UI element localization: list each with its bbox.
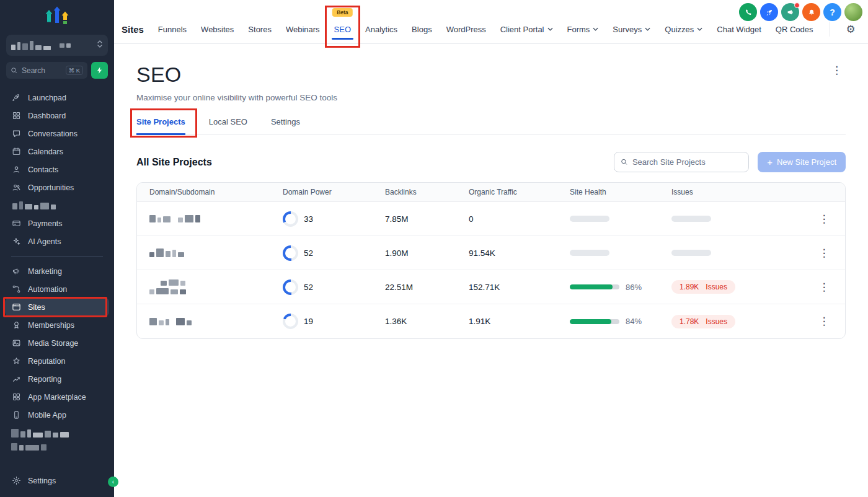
sidebar-item-redacted-1[interactable] <box>5 196 109 214</box>
sidebar-item-memberships[interactable]: Memberships <box>5 316 109 334</box>
site-health-cell: 84% <box>570 317 671 326</box>
col-site-health: Site Health <box>570 188 671 196</box>
col-backlinks: Backlinks <box>385 188 469 196</box>
rocket-button[interactable] <box>760 3 778 21</box>
sidebar-item-reputation[interactable]: Reputation <box>5 352 109 370</box>
payments-icon <box>11 219 22 228</box>
sidebar-item-marketing[interactable]: Marketing <box>5 262 109 280</box>
tab-site-projects[interactable]: Site Projects <box>136 117 185 135</box>
user-avatar[interactable] <box>844 3 862 21</box>
quick-actions-button[interactable] <box>91 62 108 79</box>
site-health-bar <box>570 319 619 324</box>
topnav-tab-wordpress[interactable]: WordPress <box>446 25 486 34</box>
launchpad-icon <box>11 93 22 102</box>
issues-badge[interactable]: 1.78K Issues <box>671 315 735 328</box>
topnav-tab-client-portal[interactable]: Client Portal <box>500 25 553 34</box>
topnav-tab-chat-widget[interactable]: Chat Widget <box>717 25 761 34</box>
seo-page: SEO ⋮ Maximise your online visibility wi… <box>114 44 868 497</box>
phone-button[interactable] <box>739 3 757 21</box>
topnav-tab-forms[interactable]: Forms <box>567 25 599 34</box>
redacted-label <box>11 429 69 438</box>
topnav-tab-blogs[interactable]: Blogs <box>412 25 432 34</box>
page-title: SEO <box>136 63 181 87</box>
announcements-button[interactable] <box>781 3 799 21</box>
topnav-tab-webinars[interactable]: Webinars <box>286 25 320 34</box>
topnav-tab-funnels[interactable]: Funnels <box>158 25 187 34</box>
beta-badge: Beta <box>332 8 352 17</box>
sidebar-item-automation[interactable]: Automation <box>5 280 109 298</box>
issues-badge[interactable]: 1.89K Issues <box>671 280 735 294</box>
domain-power-gauge <box>283 245 298 261</box>
domain-cell-redacted <box>137 279 283 294</box>
topnav-tab-websites[interactable]: Websites <box>201 25 234 34</box>
new-site-project-button[interactable]: + New Site Project <box>758 152 846 172</box>
topnav-tab-stores[interactable]: Stores <box>248 25 272 34</box>
site-health-percent: 86% <box>626 283 642 292</box>
page-subtitle: Maximise your online visibility with pow… <box>136 93 846 102</box>
topnav-tab-qr-codes[interactable]: QR Codes <box>776 25 813 34</box>
site-projects-search[interactable] <box>614 152 749 172</box>
topnav-tab-surveys[interactable]: Surveys <box>613 25 650 34</box>
sidebar-item-payments[interactable]: Payments <box>5 214 109 232</box>
row-actions-button[interactable]: ⋮ <box>815 314 833 329</box>
topnav-tab-quizzes[interactable]: Quizzes <box>665 25 702 34</box>
notification-dot <box>794 2 800 8</box>
account-switcher[interactable] <box>6 35 108 56</box>
backlinks-cell: 1.90M <box>385 248 469 258</box>
sidebar-item-mobile-app[interactable]: Mobile App <box>5 406 109 424</box>
col-organic-traffic: Organic Traffic <box>469 188 570 196</box>
ai-agents-icon <box>11 237 22 246</box>
sidebar-item-settings[interactable]: Settings <box>5 472 109 490</box>
table-header-row: Domain/Subdomain Domain Power Backlinks … <box>137 183 845 202</box>
sidebar-item-sites[interactable]: Sites <box>5 298 109 316</box>
sidebar-item-reporting[interactable]: Reporting <box>5 370 109 388</box>
memberships-icon <box>11 320 22 330</box>
sidebar-item-opportunities[interactable]: Opportunities <box>5 178 109 196</box>
organic-traffic-cell: 91.54K <box>469 248 570 258</box>
domain-cell-redacted <box>137 215 283 222</box>
site-health-cell <box>570 214 671 224</box>
page-actions-button[interactable]: ⋮ <box>828 63 846 78</box>
topnav-divider <box>830 22 830 37</box>
row-actions-button[interactable]: ⋮ <box>815 211 833 227</box>
row-actions-button[interactable]: ⋮ <box>815 279 833 295</box>
sidebar-item-ai-agents[interactable]: AI Agents <box>5 232 109 250</box>
topnav-tab-analytics[interactable]: Analytics <box>365 25 397 34</box>
table-row: 52 22.51M 152.71K 86% 1.89K Issues ⋮ <box>137 270 845 304</box>
backlinks-cell: 22.51M <box>385 283 469 292</box>
phone-icon <box>744 8 753 17</box>
topnav-section-sites[interactable]: Sites <box>122 24 144 35</box>
seo-tabs: Site Projects Local SEO Settings <box>136 117 846 135</box>
tab-local-seo[interactable]: Local SEO <box>209 117 247 134</box>
sidebar-item-partial[interactable] <box>5 442 109 451</box>
account-name-redacted <box>11 41 51 50</box>
section-title: All Site Projects <box>136 157 614 168</box>
sidebar-item-app-marketplace[interactable]: App Marketplace <box>5 388 109 406</box>
marketing-icon <box>11 266 22 276</box>
sidebar-item-contacts[interactable]: Contacts <box>5 161 109 178</box>
table-row: 33 7.85M 0 ⋮ <box>137 202 845 236</box>
site-projects-search-input[interactable] <box>632 157 742 167</box>
notifications-button[interactable] <box>802 3 820 21</box>
skeleton-placeholder <box>671 250 711 256</box>
site-health-percent: 84% <box>626 317 642 326</box>
help-button[interactable]: ? <box>823 3 841 21</box>
app-logo-icon <box>43 6 71 28</box>
sidebar-item-conversations[interactable]: Conversations <box>5 125 109 143</box>
sidebar-item-dashboard[interactable]: Dashboard <box>5 107 109 125</box>
sidebar-item-redacted-2[interactable] <box>5 424 109 442</box>
sidebar-collapse-button[interactable]: ‹ <box>108 477 118 487</box>
sidebar-item-calendars[interactable]: Calendars <box>5 143 109 161</box>
sidebar-search-input[interactable]: Search ⌘ K <box>6 62 87 79</box>
row-actions-button[interactable]: ⋮ <box>815 245 833 261</box>
issues-cell <box>671 214 803 224</box>
sidebar-item-launchpad[interactable]: Launchpad <box>5 89 109 107</box>
account-name-redacted-2 <box>60 43 71 48</box>
sidebar-item-media-storage[interactable]: Media Storage <box>5 334 109 352</box>
site-health-cell: 86% <box>570 283 671 292</box>
skeleton-placeholder <box>570 250 609 256</box>
mobile-app-icon <box>11 410 22 420</box>
topnav-tab-seo[interactable]: Beta SEO <box>334 25 351 34</box>
topnav-settings-gear-button[interactable]: ⚙ <box>846 24 856 35</box>
tab-settings[interactable]: Settings <box>271 117 300 134</box>
